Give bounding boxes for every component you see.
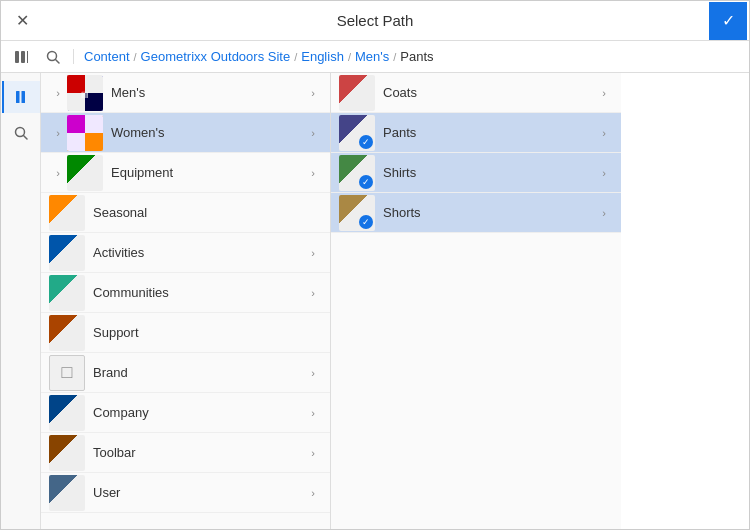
svg-line-4 (56, 59, 60, 63)
breadcrumb-current: Pants (400, 49, 433, 64)
columns-area: › ▤ Men's › › Women's › (41, 73, 749, 529)
svg-rect-15 (85, 133, 103, 151)
svg-rect-1 (21, 51, 25, 63)
item-thumbnail (49, 195, 85, 231)
breadcrumb-geo[interactable]: Geometrixx Outdoors Site (141, 49, 291, 64)
search-icon[interactable] (41, 45, 65, 69)
content-area: › ▤ Men's › › Women's › (1, 73, 749, 529)
item-label: Women's (111, 125, 304, 140)
right-column: Coats › ✓ Pants › ✓ Shirts › (331, 73, 621, 529)
chevron-left-icon: › (49, 84, 67, 102)
chevron-right-icon: › (304, 364, 322, 382)
breadcrumb-sep-2: / (294, 51, 297, 63)
item-label: Seasonal (93, 205, 322, 220)
item-thumbnail: ✓ (339, 155, 375, 191)
item-thumbnail (49, 395, 85, 431)
item-thumbnail: ✓ (339, 195, 375, 231)
list-item[interactable]: User › (41, 473, 330, 513)
item-label: Pants (383, 125, 595, 140)
list-item[interactable]: Seasonal (41, 193, 330, 233)
item-thumbnail (49, 275, 85, 311)
svg-rect-2 (27, 51, 28, 63)
chevron-right-icon: › (304, 84, 322, 102)
breadcrumb-sep-1: / (134, 51, 137, 63)
list-item[interactable]: Activities › (41, 233, 330, 273)
item-thumbnail: ▤ (67, 75, 103, 111)
list-item[interactable]: Coats › (331, 73, 621, 113)
item-label: Men's (111, 85, 304, 100)
svg-line-8 (23, 136, 27, 140)
chevron-right-icon: › (304, 444, 322, 462)
close-icon: ✕ (16, 11, 29, 30)
item-label: User (93, 485, 304, 500)
dialog: ✕ Select Path ✓ Content / Geometrixx Out… (0, 0, 750, 530)
breadcrumb-english[interactable]: English (301, 49, 344, 64)
list-item[interactable]: Company › (41, 393, 330, 433)
list-item[interactable]: □ Brand › (41, 353, 330, 393)
item-label: Coats (383, 85, 595, 100)
list-item[interactable]: › ▤ Men's › (41, 73, 330, 113)
svg-rect-5 (16, 91, 20, 103)
left-column: › ▤ Men's › › Women's › (41, 73, 331, 529)
check-badge: ✓ (359, 135, 373, 149)
item-label: Support (93, 325, 322, 340)
breadcrumb-content[interactable]: Content (84, 49, 130, 64)
breadcrumb-mens[interactable]: Men's (355, 49, 389, 64)
svg-text:▤: ▤ (81, 90, 89, 99)
svg-rect-14 (67, 115, 85, 133)
item-label: Shorts (383, 205, 595, 220)
svg-rect-0 (15, 51, 19, 63)
confirm-button[interactable]: ✓ (709, 2, 747, 40)
item-thumbnail: ✓ (339, 115, 375, 151)
check-badge: ✓ (359, 175, 373, 189)
svg-rect-6 (21, 91, 25, 103)
header: ✕ Select Path ✓ (1, 1, 749, 41)
item-label: Shirts (383, 165, 595, 180)
chevron-right-icon: › (304, 124, 322, 142)
dialog-title: Select Path (337, 12, 414, 29)
chevron-right-icon: › (304, 244, 322, 262)
columns-icon[interactable] (9, 45, 33, 69)
item-label: Communities (93, 285, 304, 300)
chevron-right-icon: › (595, 84, 613, 102)
chevron-right-icon: › (304, 164, 322, 182)
item-thumbnail (49, 475, 85, 511)
list-item[interactable]: Communities › (41, 273, 330, 313)
chevron-left-icon: › (49, 124, 67, 142)
list-item[interactable]: ✓ Pants › (331, 113, 621, 153)
chevron-right-icon: › (595, 204, 613, 222)
item-label: Company (93, 405, 304, 420)
item-thumbnail (67, 155, 103, 191)
chevron-right-icon: › (304, 284, 322, 302)
item-thumbnail (49, 435, 85, 471)
list-item[interactable]: ✓ Shirts › (331, 153, 621, 193)
close-button[interactable]: ✕ (3, 2, 41, 40)
item-thumbnail (49, 315, 85, 351)
chevron-right-icon: › (595, 124, 613, 142)
breadcrumb-sep-3: / (348, 51, 351, 63)
breadcrumb-sep-4: / (393, 51, 396, 63)
item-label: Brand (93, 365, 304, 380)
list-item[interactable]: › Equipment › (41, 153, 330, 193)
list-item[interactable]: Toolbar › (41, 433, 330, 473)
list-item[interactable]: › Women's › (41, 113, 330, 153)
sidebar-search-icon[interactable] (5, 117, 37, 149)
sidebar (1, 73, 41, 529)
breadcrumb: Content / Geometrixx Outdoors Site / Eng… (73, 49, 741, 64)
item-thumbnail (339, 75, 375, 111)
chevron-right-icon: › (304, 404, 322, 422)
item-thumbnail: □ (49, 355, 85, 391)
chevron-right-icon: › (304, 484, 322, 502)
list-item[interactable]: Support (41, 313, 330, 353)
item-label: Equipment (111, 165, 304, 180)
toolbar: Content / Geometrixx Outdoors Site / Eng… (1, 41, 749, 73)
chevron-left-icon: › (49, 164, 67, 182)
item-thumbnail (49, 235, 85, 271)
item-label: Activities (93, 245, 304, 260)
chevron-right-icon: › (595, 164, 613, 182)
check-icon: ✓ (722, 11, 735, 30)
item-label: Toolbar (93, 445, 304, 460)
sidebar-columns-icon[interactable] (2, 81, 40, 113)
check-badge: ✓ (359, 215, 373, 229)
list-item[interactable]: ✓ Shorts › (331, 193, 621, 233)
